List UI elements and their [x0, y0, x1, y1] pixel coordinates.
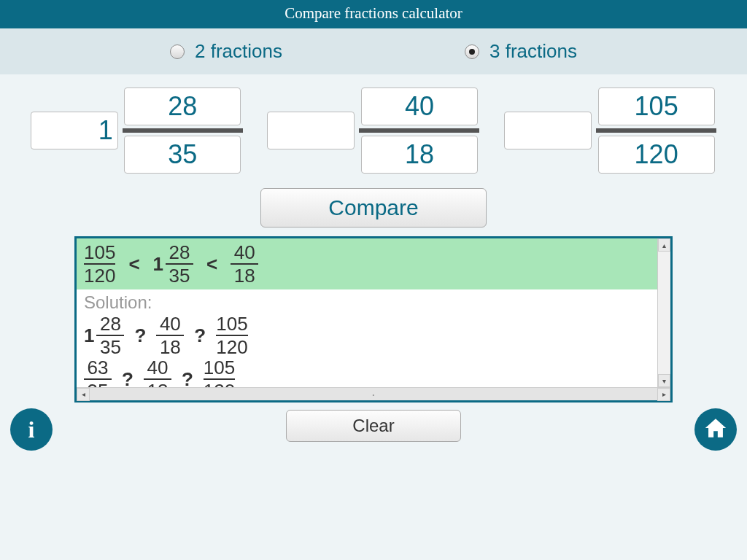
fraction-bar: [123, 128, 243, 133]
fraction-bar: [596, 128, 716, 133]
horizontal-scrollbar[interactable]: ◂ ▸: [77, 387, 670, 400]
solution-steps: Solution: 12835?4018?1051206335?4018?105…: [77, 289, 670, 387]
home-icon: [703, 416, 728, 443]
fraction-inputs-row: [0, 74, 747, 181]
radio-2-fractions[interactable]: 2 fractions: [170, 40, 282, 63]
home-button[interactable]: [694, 408, 737, 451]
fraction-1-numerator-input[interactable]: [124, 88, 241, 125]
radio-label: 2 fractions: [195, 40, 282, 63]
solution-step: 6335?4018?105120: [84, 358, 663, 387]
fraction-3-denominator-input[interactable]: [598, 136, 715, 174]
scroll-left-icon[interactable]: ◂: [77, 388, 90, 401]
radio-3-fractions[interactable]: 3 fractions: [465, 40, 577, 63]
vertical-scrollbar[interactable]: [657, 238, 670, 387]
comparison-result: 105120 < 12835 < 4018: [77, 238, 670, 289]
scroll-down-icon[interactable]: [658, 374, 670, 387]
clear-button[interactable]: Clear: [286, 410, 461, 442]
fraction-2: [267, 88, 479, 174]
radio-label: 3 fractions: [489, 40, 577, 63]
page-title: Compare fractions calculator: [0, 0, 747, 28]
info-icon: i: [28, 416, 35, 443]
fraction-2-denominator-input[interactable]: [361, 136, 478, 174]
fraction-2-whole-input[interactable]: [267, 112, 355, 149]
solution-panel: 105120 < 12835 < 4018 Solution: 12835?40…: [74, 236, 673, 402]
solution-step: 12835?4018?105120: [84, 314, 663, 357]
fraction-3-whole-input[interactable]: [504, 112, 592, 149]
radio-circle-icon: [465, 44, 479, 59]
fraction-1-denominator-input[interactable]: [124, 136, 241, 174]
fraction-3: [504, 88, 716, 174]
scroll-right-icon[interactable]: ▸: [657, 388, 670, 401]
fraction-3-numerator-input[interactable]: [598, 88, 715, 125]
compare-button[interactable]: Compare: [260, 188, 487, 228]
fraction-1: [31, 88, 243, 174]
scroll-up-icon[interactable]: [658, 238, 670, 252]
info-button[interactable]: i: [10, 408, 53, 451]
fraction-2-numerator-input[interactable]: [361, 88, 478, 125]
radio-circle-icon: [170, 44, 185, 59]
fraction-count-selector: 2 fractions 3 fractions: [0, 28, 747, 74]
fraction-1-whole-input[interactable]: [31, 112, 118, 149]
solution-label: Solution:: [84, 292, 663, 313]
fraction-bar: [359, 128, 479, 133]
